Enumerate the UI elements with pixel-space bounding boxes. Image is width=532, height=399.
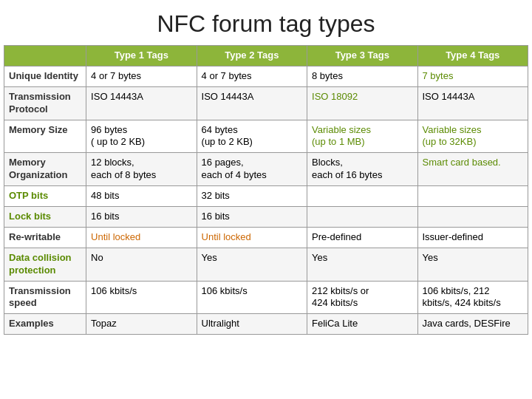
- cell-r5-c3: [417, 207, 528, 228]
- cell-r9-c2: FeliCa Lite: [307, 314, 417, 335]
- cell-r8-c1: 106 kbits/s: [197, 281, 307, 314]
- row-label: Lock bits: [4, 207, 86, 228]
- header-col2: Type 2 Tags: [197, 46, 307, 66]
- header-col1: Type 1 Tags: [86, 46, 197, 66]
- cell-r2-c3: Variable sizes(up to 32KB): [417, 120, 528, 153]
- row-label: Re-writable: [4, 227, 86, 248]
- cell-r8-c0: 106 kbits/s: [86, 281, 197, 314]
- cell-r5-c0: 16 bits: [86, 207, 197, 228]
- cell-r6-c2: Pre-defined: [307, 227, 417, 248]
- row-label: Memory Organization: [4, 153, 86, 186]
- cell-r6-c3: Issuer-defined: [417, 227, 528, 248]
- cell-r0-c1: 4 or 7 bytes: [197, 66, 307, 86]
- table-row: Data collision protectionNoYesYesYes: [4, 248, 528, 281]
- table-row: Unique Identity4 or 7 bytes4 or 7 bytes8…: [4, 66, 528, 86]
- cell-r5-c1: 16 bits: [197, 207, 307, 228]
- cell-r7-c3: Yes: [417, 248, 528, 281]
- cell-r4-c2: [307, 186, 417, 207]
- cell-r9-c3: Java cards, DESFire: [417, 314, 528, 335]
- cell-r2-c2: Variable sizes(up to 1 MB): [307, 120, 417, 153]
- cell-r1-c3: ISO 14443A: [417, 86, 528, 120]
- cell-r0-c2: 8 bytes: [307, 66, 417, 86]
- cell-r7-c0: No: [86, 248, 197, 281]
- row-label: Data collision protection: [4, 248, 86, 281]
- row-label: Examples: [4, 314, 86, 335]
- row-label: Transmission speed: [4, 281, 86, 314]
- cell-r5-c2: [307, 207, 417, 228]
- cell-r4-c1: 32 bits: [197, 186, 307, 207]
- table-row: Memory Organization12 blocks,each of 8 b…: [4, 153, 528, 186]
- cell-r3-c2: Blocks,each of 16 bytes: [307, 153, 417, 186]
- header-col3: Type 3 Tags: [307, 46, 417, 66]
- cell-r4-c3: [417, 186, 528, 207]
- row-label: Unique Identity: [4, 66, 86, 86]
- header-col0: [4, 46, 86, 66]
- cell-r3-c1: 16 pages,each of 4 bytes: [197, 153, 307, 186]
- cell-r1-c0: ISO 14443A: [86, 86, 197, 120]
- cell-r2-c0: 96 bytes( up to 2 KB): [86, 120, 197, 153]
- cell-r3-c3: Smart card based.: [417, 153, 528, 186]
- table-row: Transmission ProtocolISO 14443AISO 14443…: [4, 86, 528, 120]
- page-title: NFC forum tag types: [0, 0, 532, 45]
- cell-r3-c0: 12 blocks,each of 8 bytes: [86, 153, 197, 186]
- table-row: Lock bits16 bits16 bits: [4, 207, 528, 228]
- table-row: OTP bits48 bits32 bits: [4, 186, 528, 207]
- row-label: OTP bits: [4, 186, 86, 207]
- cell-r8-c3: 106 kbits/s, 212kbits/s, 424 kbits/s: [417, 281, 528, 314]
- header-col4: Type 4 Tags: [417, 46, 528, 66]
- row-label: Memory Size: [4, 120, 86, 153]
- cell-r7-c2: Yes: [307, 248, 417, 281]
- cell-r1-c1: ISO 14443A: [197, 86, 307, 120]
- nfc-table: Type 1 Tags Type 2 Tags Type 3 Tags Type…: [4, 45, 528, 335]
- table-row: Transmission speed106 kbits/s106 kbits/s…: [4, 281, 528, 314]
- cell-r7-c1: Yes: [197, 248, 307, 281]
- cell-r6-c1: Until locked: [197, 227, 307, 248]
- cell-r4-c0: 48 bits: [86, 186, 197, 207]
- table-row: ExamplesTopazUltralightFeliCa LiteJava c…: [4, 314, 528, 335]
- cell-r0-c0: 4 or 7 bytes: [86, 66, 197, 86]
- cell-r1-c2: ISO 18092: [307, 86, 417, 120]
- cell-r2-c1: 64 bytes(up to 2 KB): [197, 120, 307, 153]
- cell-r8-c2: 212 kbits/s or424 kbits/s: [307, 281, 417, 314]
- cell-r0-c3: 7 bytes: [417, 66, 528, 86]
- cell-r9-c1: Ultralight: [197, 314, 307, 335]
- cell-r9-c0: Topaz: [86, 314, 197, 335]
- cell-r6-c0: Until locked: [86, 227, 197, 248]
- table-row: Memory Size96 bytes( up to 2 KB)64 bytes…: [4, 120, 528, 153]
- row-label: Transmission Protocol: [4, 86, 86, 120]
- table-row: Re-writableUntil lockedUntil lockedPre-d…: [4, 227, 528, 248]
